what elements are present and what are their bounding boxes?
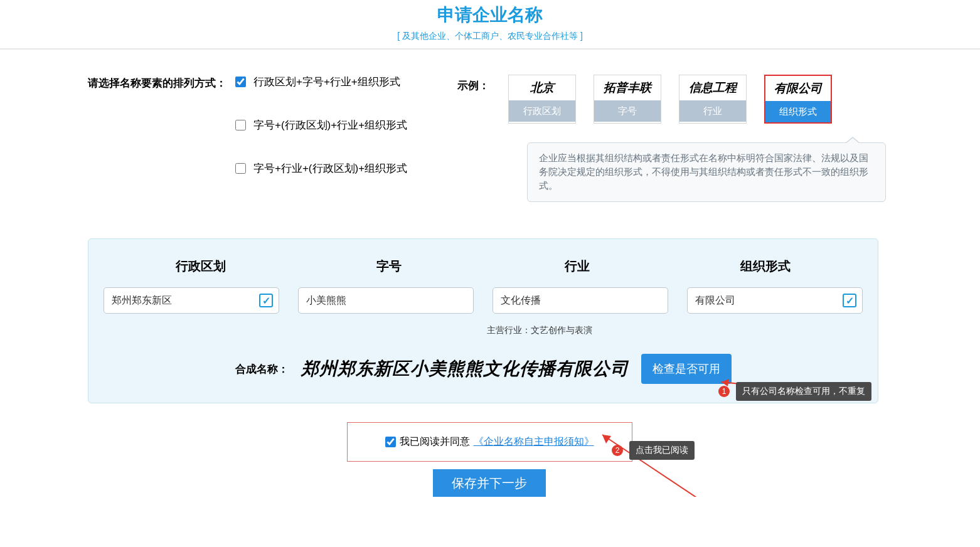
card-top-text: 拓普丰联 xyxy=(594,75,661,100)
example-card-region[interactable]: 北京 行政区划 xyxy=(508,75,576,124)
col-header-region: 行政区划 xyxy=(107,258,295,275)
annotation-1: 1 只有公司名称检查可用，不重复 xyxy=(718,382,871,401)
card-top-text: 有限公司 xyxy=(765,76,831,101)
badge-2-icon: 2 xyxy=(612,445,623,456)
industry-note: 主营行业：文艺创作与表演 xyxy=(88,325,878,336)
orgform-select-icon[interactable]: ✓ xyxy=(843,294,856,307)
arrangement-checkbox-2[interactable] xyxy=(235,120,246,130)
industry-note-value: 文艺创作与表演 xyxy=(531,325,592,335)
arrangement-option-3-text: 字号+行业+(行政区划)+组织形式 xyxy=(253,161,407,176)
example-card-orgform[interactable]: 有限公司 组织形式 xyxy=(764,75,832,124)
arrangement-options: 行政区划+字号+行业+组织形式 字号+(行政区划)+行业+组织形式 字号+行业+… xyxy=(235,75,407,176)
agree-link[interactable]: 《企业名称自主申报须知》 xyxy=(474,435,594,449)
industry-input[interactable] xyxy=(493,287,668,314)
page-header: 申请企业名称 [ 及其他企业、个体工商户、农民专业合作社等 ] xyxy=(0,0,980,50)
annotation-2: 2 点击我已阅读 xyxy=(612,441,695,460)
annotation-2-text: 点击我已阅读 xyxy=(629,441,695,460)
form-panel: 行政区划 字号 行业 组织形式 ✓ ✓ 主营行业：文艺创作与表演 xyxy=(88,238,878,403)
example-card-brand[interactable]: 拓普丰联 字号 xyxy=(594,75,661,124)
card-bottom-text: 组织形式 xyxy=(765,101,831,122)
example-card-industry[interactable]: 信息工程 行业 xyxy=(679,75,747,124)
card-bottom-text: 字号 xyxy=(594,100,661,122)
region-input[interactable] xyxy=(104,287,279,314)
col-header-orgform: 组织形式 xyxy=(671,258,860,275)
example-cards: 北京 行政区划 拓普丰联 字号 信息工程 行业 有限公司 组织形式 xyxy=(508,75,832,124)
arrangement-option-3[interactable]: 字号+行业+(行政区划)+组织形式 xyxy=(235,161,407,176)
page-title: 申请企业名称 xyxy=(0,3,980,27)
agree-box: 我已阅读并同意 《企业名称自主申报须知》 xyxy=(347,422,632,462)
orgform-input[interactable] xyxy=(687,287,863,314)
col-header-industry: 行业 xyxy=(483,258,671,275)
agree-checkbox[interactable] xyxy=(385,437,396,447)
arrangement-checkbox-3[interactable] xyxy=(235,163,246,174)
region-select-icon[interactable]: ✓ xyxy=(259,294,273,307)
brand-input[interactable] xyxy=(298,287,474,314)
arrangement-label: 请选择名称要素的排列方式： xyxy=(88,75,235,90)
compose-label: 合成名称： xyxy=(235,362,289,376)
card-top-text: 信息工程 xyxy=(679,75,746,100)
industry-note-label: 主营行业： xyxy=(487,325,531,335)
arrangement-checkbox-1[interactable] xyxy=(235,77,246,87)
page-subtitle: [ 及其他企业、个体工商户、农民专业合作社等 ] xyxy=(0,31,980,42)
arrangement-option-2-text: 字号+(行政区划)+行业+组织形式 xyxy=(253,118,407,132)
arrangement-option-1-text: 行政区划+字号+行业+组织形式 xyxy=(253,75,400,89)
compose-name: 郑州郑东新区小美熊熊文化传播有限公司 xyxy=(301,357,629,381)
col-header-brand: 字号 xyxy=(295,258,483,275)
example-label: 示例： xyxy=(457,75,489,93)
example-tooltip: 企业应当根据其组织结构或者责任形式在名称中标明符合国家法律、法规以及国务院决定规… xyxy=(527,142,886,202)
check-availability-button[interactable]: 检查是否可用 xyxy=(641,354,732,384)
annotation-1-text: 只有公司名称检查可用，不重复 xyxy=(736,382,871,401)
card-bottom-text: 行业 xyxy=(679,100,746,122)
card-bottom-text: 行政区划 xyxy=(509,100,575,122)
badge-1-icon: 1 xyxy=(718,386,730,397)
card-top-text: 北京 xyxy=(509,75,575,100)
arrangement-option-2[interactable]: 字号+(行政区划)+行业+组织形式 xyxy=(235,118,407,132)
agree-text: 我已阅读并同意 xyxy=(400,435,470,449)
save-next-button[interactable]: 保存并下一步 xyxy=(433,469,546,497)
arrangement-option-1[interactable]: 行政区划+字号+行业+组织形式 xyxy=(235,75,407,89)
